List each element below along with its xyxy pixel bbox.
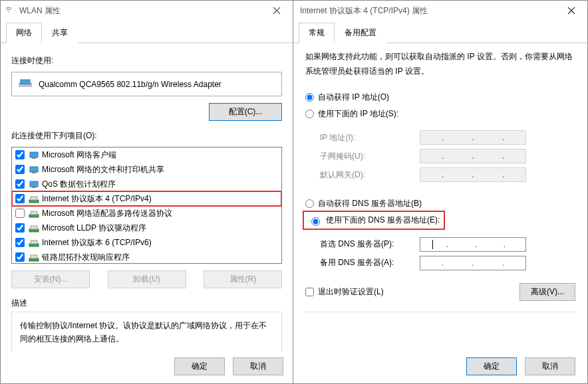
svg-rect-5 (32, 172, 36, 173)
protocol-icon (29, 164, 39, 175)
ip-auto-radio-input[interactable] (305, 93, 314, 102)
list-item[interactable]: Microsoft 网络适配器多路传送器协议 (12, 206, 281, 221)
items-label: 此连接使用下列项目(O): (11, 130, 282, 142)
uninstall-button[interactable]: 卸载(U) (108, 270, 186, 288)
advanced-button[interactable]: 高级(V)... (519, 283, 575, 301)
protocol-icon (29, 208, 39, 219)
protocol-icon (29, 223, 39, 233)
close-button[interactable] (263, 1, 290, 20)
dns-auto-radio[interactable]: 自动获得 DNS 服务器地址(B) (305, 198, 575, 209)
item-checkbox[interactable] (15, 165, 25, 174)
footer-left: 确定 取消 (1, 352, 293, 383)
dns-manual-radio-input[interactable] (311, 217, 320, 226)
svg-rect-16 (29, 258, 39, 261)
close-button[interactable] (558, 1, 585, 20)
ipv4-properties-window: Internet 协议版本 4 (TCP/IPv4) 属性 常规 备用配置 如果… (293, 0, 588, 384)
item-checkbox[interactable] (15, 223, 25, 233)
subnet-label: 子网掩码(U): (320, 151, 420, 162)
svg-rect-14 (29, 244, 39, 246)
protocol-icon (29, 193, 39, 204)
item-checkbox[interactable] (15, 209, 25, 218)
cancel-button[interactable]: 取消 (233, 357, 283, 375)
tab-sharing[interactable]: 共享 (42, 23, 78, 43)
svg-rect-15 (31, 240, 37, 244)
ip-manual-radio[interactable]: 使用下面的 IP 地址(S): (305, 108, 575, 120)
footer-right: 确定 取消 (293, 351, 587, 383)
dns1-input[interactable]: ... (420, 237, 526, 252)
ip-manual-label: 使用下面的 IP 地址(S): (318, 108, 398, 120)
protocol-icon (29, 252, 39, 262)
window-title: WLAN 属性 (19, 5, 61, 17)
dns1-label: 首选 DNS 服务器(P): (320, 239, 420, 250)
item-label: QoS 数据包计划程序 (42, 179, 116, 190)
item-label: Internet 协议版本 6 (TCP/IPv6) (42, 237, 152, 248)
list-item[interactable]: QoS 数据包计划程序 (12, 177, 281, 191)
description-box: 传输控制协议/Internet 协议。该协议是默认的广域网络协议，用于在不同的相… (11, 312, 282, 352)
adapter-box: Qualcomm QCA9565 802.11b/g/n Wireless Ad… (11, 72, 282, 96)
item-checkbox[interactable] (15, 179, 25, 189)
wlan-properties-window: WLAN 属性 网络 共享 连接时使用: Qualcomm QCA9565 80… (0, 0, 293, 384)
svg-rect-6 (30, 181, 38, 187)
svg-rect-17 (31, 255, 37, 258)
svg-rect-11 (31, 211, 37, 215)
ip-address-label: IP 地址(I): (320, 132, 420, 144)
help-text: 如果网络支持此功能，则可以获取自动指派的 IP 设置。否则，你需要从网络系统管理… (305, 50, 575, 78)
dns-auto-radio-input[interactable] (305, 199, 314, 208)
gateway-label: 默认网关(D): (320, 169, 420, 181)
item-checkbox[interactable] (15, 150, 25, 159)
description-title: 描述 (11, 298, 282, 309)
connect-using-label: 连接时使用: (11, 55, 282, 66)
list-item[interactable]: 链路层拓扑发现响应程序 (12, 250, 281, 264)
dns2-input[interactable]: ... (420, 256, 526, 270)
item-checkbox[interactable] (15, 238, 25, 247)
list-item[interactable]: Internet 协议版本 6 (TCP/IPv6) (12, 235, 281, 250)
tabstrip-right: 常规 备用配置 (293, 22, 587, 43)
item-label: Microsoft LLDP 协议驱动程序 (42, 223, 146, 234)
properties-button[interactable]: 属性(R) (204, 270, 282, 288)
cancel-button[interactable]: 取消 (525, 357, 575, 375)
ip-auto-radio[interactable]: 自动获得 IP 地址(O) (305, 92, 575, 103)
item-label: Internet 协议版本 4 (TCP/IPv4) (42, 193, 152, 205)
ok-button[interactable]: 确定 (174, 357, 225, 375)
dns2-label: 备用 DNS 服务器(A): (320, 257, 420, 268)
protocol-icon (29, 237, 39, 248)
svg-rect-10 (29, 215, 39, 217)
item-label: 链路层拓扑发现响应程序 (42, 252, 130, 263)
window-title: Internet 协议版本 4 (TCP/IPv4) 属性 (300, 5, 428, 17)
svg-rect-1 (21, 80, 30, 84)
tab-alternate[interactable]: 备用配置 (335, 23, 386, 43)
ip-address-input: ... (420, 130, 526, 145)
svg-rect-2 (30, 152, 38, 157)
dns-auto-label: 自动获得 DNS 服务器地址(B) (318, 198, 422, 209)
tab-general[interactable]: 常规 (299, 23, 335, 43)
install-button[interactable]: 安装(N)... (11, 270, 90, 288)
wifi-icon (5, 5, 15, 16)
tabstrip-left: 网络 共享 (1, 22, 293, 43)
item-label: Microsoft 网络客户端 (42, 149, 116, 161)
svg-rect-3 (32, 157, 36, 159)
item-label: Microsoft 网络的文件和打印机共享 (42, 164, 164, 175)
ok-button[interactable]: 确定 (466, 357, 517, 375)
list-item[interactable]: Internet 协议版本 4 (TCP/IPv4) (12, 191, 281, 206)
items-listbox[interactable]: Microsoft 网络客户端Microsoft 网络的文件和打印机共享QoS … (11, 147, 282, 264)
protocol-icon (29, 179, 39, 189)
configure-button[interactable]: 配置(C)... (209, 103, 282, 121)
svg-rect-9 (31, 197, 37, 200)
item-checkbox[interactable] (15, 252, 25, 262)
ip-manual-radio-input[interactable] (305, 110, 314, 118)
list-item[interactable]: Microsoft 网络的文件和打印机共享 (12, 162, 281, 177)
ip-auto-label: 自动获得 IP 地址(O) (318, 92, 389, 103)
svg-rect-13 (31, 226, 37, 229)
svg-rect-4 (30, 167, 38, 172)
dns-manual-label: 使用下面的 DNS 服务器地址(E): (326, 215, 440, 226)
protocol-icon (29, 149, 39, 160)
titlebar-right: Internet 协议版本 4 (TCP/IPv4) 属性 (293, 1, 587, 21)
item-checkbox[interactable] (15, 194, 25, 203)
svg-rect-8 (29, 200, 39, 203)
svg-rect-12 (29, 229, 39, 232)
adapter-name: Qualcomm QCA9565 802.11b/g/n Wireless Ad… (39, 80, 221, 89)
titlebar-left: WLAN 属性 (1, 1, 293, 21)
tab-network[interactable]: 网络 (6, 23, 42, 43)
list-item[interactable]: Microsoft LLDP 协议驱动程序 (12, 221, 281, 235)
list-item[interactable]: Microsoft 网络客户端 (12, 147, 281, 162)
